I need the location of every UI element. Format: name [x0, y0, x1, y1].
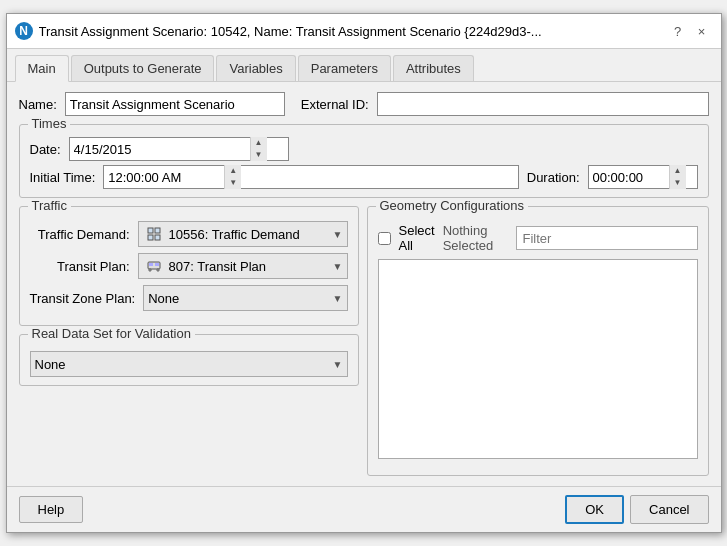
date-row: Date: ▲ ▼: [30, 137, 698, 161]
close-button[interactable]: ×: [691, 20, 713, 42]
demand-value: 10556: Traffic Demand: [169, 227, 329, 242]
duration-down-btn[interactable]: ▼: [670, 177, 686, 189]
duration-spinner-btns: ▲ ▼: [669, 165, 686, 189]
name-input[interactable]: [65, 92, 285, 116]
transit-plan-label: Transit Plan:: [30, 259, 130, 274]
grid-icon: [143, 224, 165, 244]
time-spinner[interactable]: ▲ ▼: [103, 165, 519, 189]
demand-label: Traffic Demand:: [30, 227, 130, 242]
svg-rect-5: [149, 263, 153, 266]
times-group: Times Date: ▲ ▼ Initial Time: ▲ ▼: [19, 124, 709, 198]
duration-label: Duration:: [527, 170, 580, 185]
ext-id-label: External ID:: [301, 97, 369, 112]
date-input[interactable]: [70, 138, 250, 160]
bus-icon: [143, 256, 165, 276]
geometry-content: Select All Nothing Selected: [378, 223, 698, 459]
help-button[interactable]: Help: [19, 496, 84, 523]
date-down-btn[interactable]: ▼: [251, 149, 267, 161]
initial-time-label: Initial Time:: [30, 170, 96, 185]
time-up-btn[interactable]: ▲: [225, 165, 241, 177]
tab-variables[interactable]: Variables: [216, 55, 295, 81]
geometry-label: Geometry Configurations: [376, 198, 529, 213]
real-data-group: Real Data Set for Validation None ▼: [19, 334, 359, 386]
svg-rect-2: [148, 235, 153, 240]
traffic-label: Traffic: [28, 198, 71, 213]
real-data-dropdown[interactable]: None ▼: [30, 351, 348, 377]
time-input[interactable]: [104, 166, 224, 188]
bottom-bar: Help OK Cancel: [7, 486, 721, 532]
app-icon: N: [15, 22, 33, 40]
time-row: Initial Time: ▲ ▼ Duration: ▲ ▼: [30, 165, 698, 189]
select-all-row: Select All Nothing Selected: [378, 223, 698, 253]
times-label: Times: [28, 116, 71, 131]
title-controls: ? ×: [667, 20, 713, 42]
svg-rect-0: [148, 228, 153, 233]
transit-plan-arrow: ▼: [333, 261, 343, 272]
svg-point-7: [148, 269, 150, 271]
real-data-label: Real Data Set for Validation: [28, 326, 195, 341]
geo-list: [378, 259, 698, 459]
transit-plan-row: Transit Plan:: [30, 253, 348, 279]
left-col: Traffic Traffic Demand:: [19, 206, 359, 476]
transit-zone-row: Transit Zone Plan: None ▼: [30, 285, 348, 311]
help-title-button[interactable]: ?: [667, 20, 689, 42]
date-spinner-btns: ▲ ▼: [250, 137, 267, 161]
bottom-right: OK Cancel: [565, 495, 708, 524]
time-spinner-btns: ▲ ▼: [224, 165, 241, 189]
demand-dropdown[interactable]: 10556: Traffic Demand ▼: [138, 221, 348, 247]
tab-main[interactable]: Main: [15, 55, 69, 82]
tab-attributes[interactable]: Attributes: [393, 55, 474, 81]
title-bar: N Transit Assignment Scenario: 10542, Na…: [7, 14, 721, 49]
right-col: Geometry Configurations Select All Nothi…: [367, 206, 709, 476]
real-data-arrow: ▼: [333, 359, 343, 370]
date-spinner[interactable]: ▲ ▼: [69, 137, 289, 161]
real-data-value: None: [35, 357, 329, 372]
filter-input[interactable]: [516, 226, 698, 250]
transit-zone-arrow: ▼: [333, 293, 343, 304]
tab-parameters[interactable]: Parameters: [298, 55, 391, 81]
transit-zone-dropdown[interactable]: None ▼: [143, 285, 347, 311]
nothing-selected-text: Nothing Selected: [443, 223, 508, 253]
cancel-button[interactable]: Cancel: [630, 495, 708, 524]
demand-row: Traffic Demand:: [30, 221, 348, 247]
transit-plan-dropdown[interactable]: 807: Transit Plan ▼: [138, 253, 348, 279]
svg-rect-6: [155, 263, 159, 266]
title-text: Transit Assignment Scenario: 10542, Name…: [39, 24, 661, 39]
time-down-btn[interactable]: ▼: [225, 177, 241, 189]
transit-zone-value: None: [148, 291, 328, 306]
select-all-checkbox[interactable]: [378, 232, 391, 245]
transit-zone-label: Transit Zone Plan:: [30, 291, 136, 306]
two-col-layout: Traffic Traffic Demand:: [19, 206, 709, 476]
transit-plan-value: 807: Transit Plan: [169, 259, 329, 274]
select-all-label: Select All: [399, 223, 435, 253]
svg-point-8: [156, 269, 158, 271]
demand-arrow: ▼: [333, 229, 343, 240]
svg-rect-3: [155, 235, 160, 240]
tabs-bar: Main Outputs to Generate Variables Param…: [7, 49, 721, 82]
main-content: Name: External ID: Times Date: ▲ ▼ Initi…: [7, 82, 721, 486]
name-label: Name:: [19, 97, 57, 112]
name-row: Name: External ID:: [19, 92, 709, 116]
duration-spinner[interactable]: ▲ ▼: [588, 165, 698, 189]
tab-outputs[interactable]: Outputs to Generate: [71, 55, 215, 81]
traffic-group: Traffic Traffic Demand:: [19, 206, 359, 326]
geometry-group: Geometry Configurations Select All Nothi…: [367, 206, 709, 476]
date-label: Date:: [30, 142, 61, 157]
svg-rect-1: [155, 228, 160, 233]
ok-button[interactable]: OK: [565, 495, 624, 524]
duration-up-btn[interactable]: ▲: [670, 165, 686, 177]
date-up-btn[interactable]: ▲: [251, 137, 267, 149]
duration-input[interactable]: [589, 166, 669, 188]
dialog: N Transit Assignment Scenario: 10542, Na…: [6, 13, 722, 533]
ext-id-input[interactable]: [377, 92, 709, 116]
